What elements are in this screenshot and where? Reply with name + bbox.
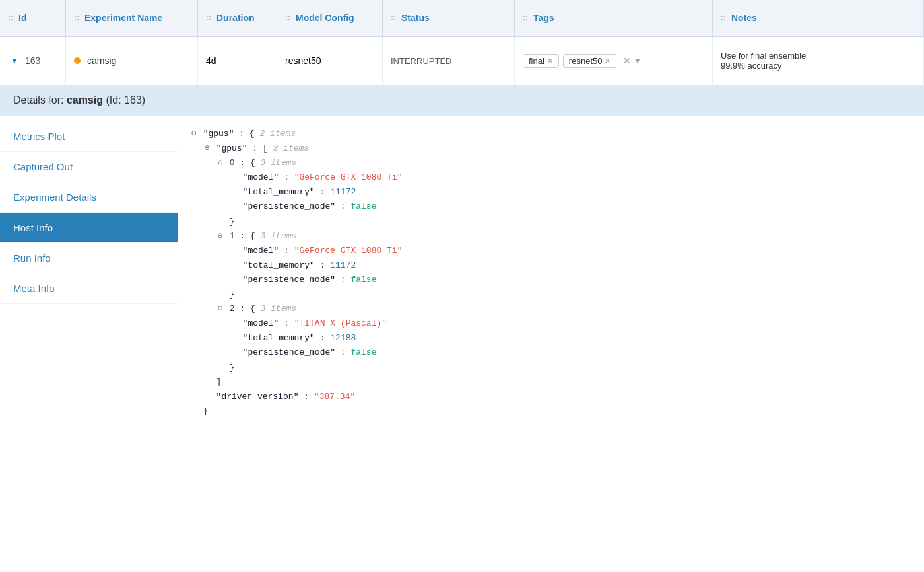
json-key: "gpus" <box>203 127 234 141</box>
col-header-notes: :: Notes <box>713 0 924 36</box>
json-key: "model" <box>243 316 279 331</box>
json-line: "total_memory" : 12188 <box>191 331 911 345</box>
collapse-button[interactable]: ⊖ <box>191 127 202 141</box>
drag-handle-status: :: <box>391 13 396 22</box>
tag-resnet50: resnet50 ✕ <box>563 54 617 68</box>
json-key: "total_memory" <box>243 331 315 345</box>
col-exp-label: Experiment Name <box>84 13 162 23</box>
json-colon: : <box>335 345 350 360</box>
row-id-value: 163 <box>25 55 40 66</box>
expand-arrow[interactable]: ▼ <box>8 54 21 68</box>
json-bool: false <box>350 273 376 287</box>
cell-model: resnet50 <box>277 37 383 85</box>
sidebar-item-meta-info[interactable]: Meta Info <box>0 273 178 304</box>
json-colon: : <box>279 316 294 331</box>
json-meta: 3 items <box>255 229 296 244</box>
json-string: "GeForce GTX 1080 Ti" <box>294 244 403 258</box>
json-key: "total_memory" <box>243 185 315 199</box>
sidebar: Metrics Plot Captured Out Experiment Det… <box>0 116 178 571</box>
tags-controls: ✕ ▼ <box>623 55 641 66</box>
json-colon: : <box>315 331 330 345</box>
json-punc: } <box>230 361 235 375</box>
json-line: ⊖ 1 : { 3 items <box>191 229 911 244</box>
json-line: } <box>191 404 911 419</box>
col-tags-label: Tags <box>533 13 554 23</box>
cell-exp: camsig <box>66 37 198 85</box>
tags-chevron-icon[interactable]: ▼ <box>634 57 641 65</box>
tag-resnet50-remove[interactable]: ✕ <box>605 57 610 65</box>
json-meta: 3 items <box>255 302 296 316</box>
sidebar-item-run-info[interactable]: Run Info <box>0 243 178 273</box>
json-line: "model" : "GeForce GTX 1080 Ti" <box>191 244 911 258</box>
col-header-id: :: Id <box>0 0 66 36</box>
content-area[interactable]: ⊖ "gpus" : { 2 items⊖ "gpus" : [ 3 items… <box>178 116 924 571</box>
json-string: "GeForce GTX 1080 Ti" <box>294 170 403 185</box>
model-value: resnet50 <box>285 55 321 66</box>
json-number: 11172 <box>330 258 356 273</box>
tag-resnet50-label: resnet50 <box>569 56 603 66</box>
col-header-tags: :: Tags <box>515 0 713 36</box>
sidebar-item-captured-out[interactable]: Captured Out <box>0 152 178 182</box>
collapse-button[interactable]: ⊖ <box>218 156 228 170</box>
duration-value: 4d <box>206 55 216 66</box>
tags-clear-icon[interactable]: ✕ <box>623 55 631 66</box>
json-line: } <box>191 287 911 302</box>
col-header-dur: :: Duration <box>198 0 277 36</box>
status-dot <box>74 57 81 64</box>
json-line: "total_memory" : 11172 <box>191 258 911 273</box>
json-punc: } <box>203 404 209 419</box>
collapse-button[interactable]: ⊖ <box>205 141 215 156</box>
main-layout: Metrics Plot Captured Out Experiment Det… <box>0 116 924 571</box>
sidebar-meta-info-label: Meta Info <box>13 283 55 294</box>
json-line: ⊖ "gpus" : [ 3 items <box>191 141 911 156</box>
col-status-label: Status <box>401 13 430 23</box>
sidebar-item-metrics-plot[interactable]: Metrics Plot <box>0 122 178 152</box>
drag-handle-exp: :: <box>74 13 79 22</box>
table-header: :: Id :: Experiment Name :: Duration :: … <box>0 0 924 37</box>
cell-id: ▼ 163 <box>0 37 66 85</box>
sidebar-item-experiment-details[interactable]: Experiment Details <box>0 182 178 213</box>
json-key: "persistence_mode" <box>243 273 335 287</box>
json-colon: : <box>315 185 330 199</box>
json-line: } <box>191 215 911 229</box>
json-line: ] <box>191 375 911 390</box>
collapse-button[interactable]: ⊖ <box>218 302 228 316</box>
tag-final-remove[interactable]: ✕ <box>547 57 553 65</box>
json-bool: false <box>350 199 376 214</box>
col-header-model: :: Model Config <box>277 0 383 36</box>
tag-final-label: final <box>529 56 544 66</box>
sidebar-captured-out-label: Captured Out <box>13 161 73 172</box>
json-number: 11172 <box>330 185 356 199</box>
details-name: camsig <box>67 94 103 106</box>
json-line: "total_memory" : 11172 <box>191 185 911 199</box>
json-colon: : <box>298 390 314 404</box>
sidebar-metrics-plot-label: Metrics Plot <box>13 131 65 142</box>
json-viewer: ⊖ "gpus" : { 2 items⊖ "gpus" : [ 3 items… <box>191 127 911 419</box>
json-meta: 2 items <box>255 127 296 141</box>
cell-tags: final ✕ resnet50 ✕ ✕ ▼ <box>515 37 713 85</box>
json-line: "persistence_mode" : false <box>191 273 911 287</box>
drag-handle-notes: :: <box>721 13 726 22</box>
json-line: } <box>191 361 911 375</box>
json-line: "model" : "TITAN X (Pascal)" <box>191 316 911 331</box>
sidebar-item-host-info[interactable]: Host Info <box>0 213 178 243</box>
sidebar-run-info-label: Run Info <box>13 252 51 264</box>
json-punc: 2 : { <box>230 302 255 316</box>
drag-handle-tags: :: <box>523 13 528 22</box>
json-line: ⊖ 0 : { 3 items <box>191 156 911 170</box>
status-value: INTERRUPTED <box>391 56 451 66</box>
details-bar: Details for: camsig (Id: 163) <box>0 85 924 116</box>
collapse-button[interactable]: ⊖ <box>218 229 228 244</box>
json-key: "persistence_mode" <box>243 199 335 214</box>
json-key: "gpus" <box>216 141 248 156</box>
json-key: "persistence_mode" <box>243 345 335 360</box>
cell-duration: 4d <box>198 37 277 85</box>
json-colon: : <box>315 258 330 273</box>
drag-handle-dur: :: <box>206 13 211 22</box>
drag-handle-id: :: <box>8 13 13 22</box>
details-id: (Id: 163) <box>106 94 146 106</box>
json-key: "model" <box>243 244 279 258</box>
json-string: "TITAN X (Pascal)" <box>294 316 387 331</box>
json-punc: } <box>230 215 235 229</box>
col-notes-label: Notes <box>731 13 757 23</box>
